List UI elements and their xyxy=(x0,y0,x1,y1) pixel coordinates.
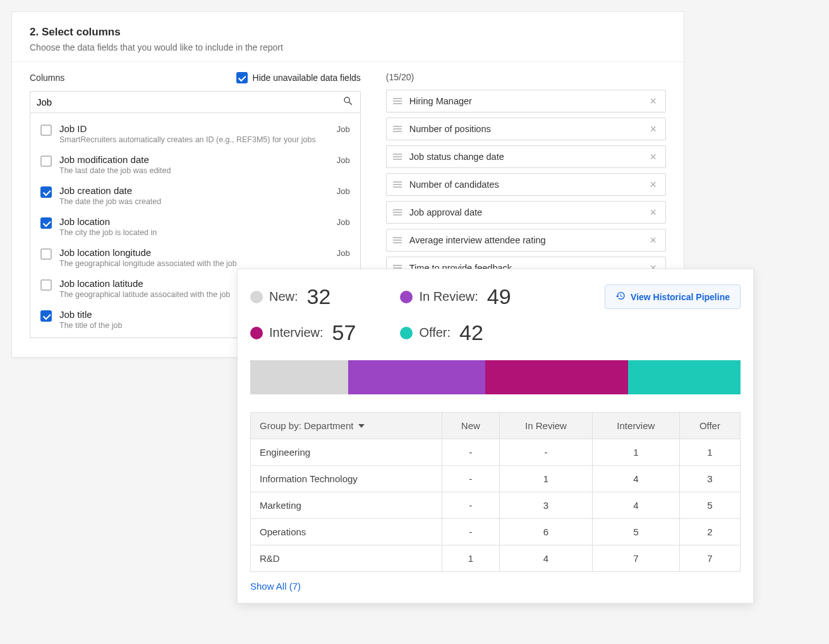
history-icon xyxy=(615,291,626,303)
field-description: SmartRecruiters automatically creates an… xyxy=(59,135,329,144)
field-checkbox[interactable] xyxy=(40,186,52,198)
field-row[interactable]: Job locationThe city the job is located … xyxy=(30,211,360,242)
table-header: Offer xyxy=(679,413,740,439)
field-checkbox[interactable] xyxy=(40,155,52,167)
stage-dot-icon xyxy=(250,291,263,303)
field-category-tag: Job xyxy=(337,248,350,258)
row-label: R&D xyxy=(251,545,442,572)
selected-count: (15/20) xyxy=(386,72,666,82)
drag-handle-icon[interactable] xyxy=(393,154,402,160)
stage-dot-icon xyxy=(400,327,413,339)
row-label: Information Technology xyxy=(251,466,442,492)
stage-value: 49 xyxy=(487,284,511,309)
table-row: Marketing-345 xyxy=(251,492,741,519)
remove-icon[interactable]: × xyxy=(648,95,660,107)
row-label: Marketing xyxy=(251,492,442,519)
field-title: Job location xyxy=(59,216,329,227)
field-row[interactable]: Job creation dateThe date the job was cr… xyxy=(30,180,360,211)
selected-field-label: Number of candidates xyxy=(409,179,640,190)
row-value: 7 xyxy=(679,545,740,572)
row-value: - xyxy=(442,466,499,492)
remove-icon[interactable]: × xyxy=(648,234,660,246)
field-checkbox[interactable] xyxy=(40,217,52,229)
table-header: Interview xyxy=(592,413,679,439)
row-value: - xyxy=(442,519,499,545)
row-value: 4 xyxy=(500,545,593,572)
row-value: 1 xyxy=(442,545,499,572)
field-description: The last date the job was edited xyxy=(59,166,329,175)
field-category-tag: Job xyxy=(337,155,350,165)
table-row: R&D1477 xyxy=(251,545,741,572)
bar-segment xyxy=(485,360,627,394)
table-row: Engineering--11 xyxy=(251,439,741,466)
row-value: 4 xyxy=(592,466,679,492)
selected-field-label: Number of positions xyxy=(409,124,640,134)
remove-icon[interactable]: × xyxy=(648,207,660,218)
view-historical-pipeline-button[interactable]: View Historical Pipeline xyxy=(605,284,741,309)
stage-value: 57 xyxy=(332,320,356,345)
field-category-tag: Job xyxy=(337,186,350,196)
show-all-link[interactable]: Show All (7) xyxy=(250,581,301,592)
view-historical-label: View Historical Pipeline xyxy=(631,292,730,302)
bar-segment xyxy=(348,360,485,394)
selected-field-item[interactable]: Job approval date× xyxy=(386,201,666,224)
row-value: 5 xyxy=(592,519,679,545)
table-header: In Review xyxy=(500,413,593,439)
drag-handle-icon[interactable] xyxy=(393,126,402,132)
row-value: - xyxy=(442,439,499,466)
pipeline-bar xyxy=(250,360,741,394)
drag-handle-icon[interactable] xyxy=(393,181,402,188)
field-row[interactable]: Job IDSmartRecruiters automatically crea… xyxy=(30,118,360,149)
selected-field-item[interactable]: Job status change date× xyxy=(386,145,666,168)
row-value: 4 xyxy=(592,492,679,519)
selected-field-label: Hiring Manager xyxy=(409,96,640,106)
field-description: The date the job was created xyxy=(59,197,329,206)
field-checkbox[interactable] xyxy=(40,310,52,322)
selected-field-item[interactable]: Number of candidates× xyxy=(386,173,666,196)
stage-dot-icon xyxy=(400,291,413,303)
pipeline-stat: New:32 xyxy=(250,284,356,309)
table-row: Information Technology-143 xyxy=(251,466,741,492)
row-label: Operations xyxy=(251,519,442,545)
pipeline-table: Group by: DepartmentNewIn ReviewIntervie… xyxy=(250,412,741,572)
caret-down-icon xyxy=(358,424,365,428)
groupby-header[interactable]: Group by: Department xyxy=(251,413,442,439)
row-value: 1 xyxy=(500,466,593,492)
hide-unavailable-toggle[interactable]: Hide unavailable data fields xyxy=(236,72,361,83)
field-row[interactable]: Job modification dateThe last date the j… xyxy=(30,149,360,180)
drag-handle-icon[interactable] xyxy=(393,237,402,243)
stage-dot-icon xyxy=(250,327,263,339)
remove-icon[interactable]: × xyxy=(648,123,660,135)
row-value: - xyxy=(442,492,499,519)
selected-field-item[interactable]: Average interview attendee rating× xyxy=(386,229,666,252)
selected-fields-list: Hiring Manager×Number of positions×Job s… xyxy=(386,90,666,279)
field-text: Job modification dateThe last date the j… xyxy=(59,154,329,175)
panel-title: 2. Select columns xyxy=(30,26,666,39)
table-row: Operations-652 xyxy=(251,519,741,545)
drag-handle-icon[interactable] xyxy=(393,209,402,216)
field-description: The geographical longitude associated wi… xyxy=(59,259,329,268)
stage-name: Offer: xyxy=(419,325,451,340)
row-label: Engineering xyxy=(251,439,442,466)
field-checkbox[interactable] xyxy=(40,248,52,260)
search-input[interactable] xyxy=(37,97,342,107)
remove-icon[interactable]: × xyxy=(648,151,660,162)
divider xyxy=(12,61,684,62)
panel-subtitle: Choose the data fields that you would li… xyxy=(30,42,666,52)
drag-handle-icon[interactable] xyxy=(393,98,402,104)
field-checkbox[interactable] xyxy=(40,125,52,136)
selected-field-label: Average interview attendee rating xyxy=(409,235,640,245)
selected-field-item[interactable]: Number of positions× xyxy=(386,118,666,140)
hide-unavailable-checkbox[interactable] xyxy=(236,72,248,83)
field-title: Job creation date xyxy=(59,185,329,196)
column-search[interactable] xyxy=(30,91,361,113)
row-value: 2 xyxy=(679,519,740,545)
field-title: Job location longitude xyxy=(59,247,329,258)
field-checkbox[interactable] xyxy=(40,279,52,291)
stage-name: Interview: xyxy=(269,325,324,340)
search-icon xyxy=(342,95,354,109)
remove-icon[interactable]: × xyxy=(648,179,660,190)
selected-field-item[interactable]: Hiring Manager× xyxy=(386,90,666,112)
row-value: 1 xyxy=(679,439,740,466)
table-header: New xyxy=(442,413,499,439)
